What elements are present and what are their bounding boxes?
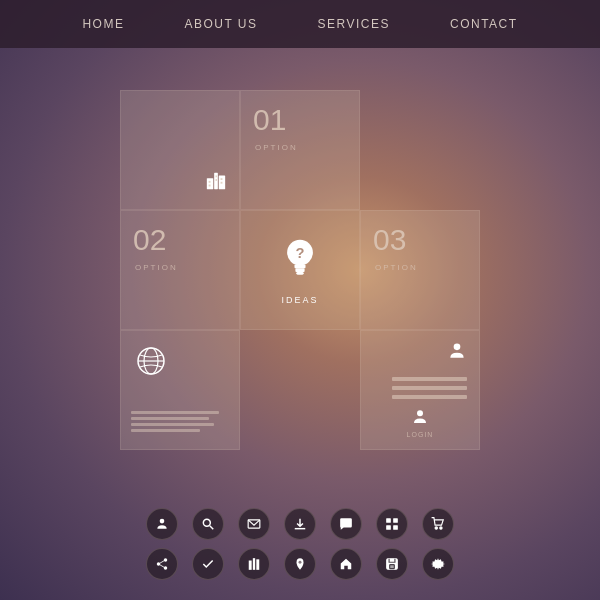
svg-line-21 [210,526,214,530]
globe-tile [120,330,240,450]
svg-rect-4 [209,185,211,187]
svg-rect-35 [249,561,252,570]
svg-text:?: ? [296,245,305,261]
option3-tile[interactable]: 03 OPTION [360,210,480,330]
leaf-icon-btn[interactable] [192,548,224,580]
user-tile: LOGIN [360,330,480,450]
user-top-icon [447,341,467,366]
nav-contact[interactable]: CONTACT [450,17,518,31]
login-label: LOGIN [407,431,434,438]
svg-rect-24 [386,518,391,523]
lorem-line [131,411,219,414]
svg-rect-1 [214,173,218,190]
user-line [392,386,467,390]
user-lines [373,377,467,404]
grid-icon-btn[interactable] [376,508,408,540]
svg-line-33 [160,565,164,567]
lightbulb-icon: ? [279,236,321,291]
navbar: HOME ABOUT US SERVICES CONTACT [0,0,600,48]
buildings-icon [205,169,227,197]
svg-rect-27 [393,525,398,530]
chat-icon-btn[interactable] [330,508,362,540]
svg-rect-36 [253,558,255,570]
lorem-line [131,429,200,432]
save-icon-btn[interactable] [376,548,408,580]
svg-point-19 [160,519,165,524]
download-icon-btn[interactable] [284,508,316,540]
svg-rect-5 [216,175,217,177]
svg-rect-26 [386,525,391,530]
settings-icon-btn[interactable] [422,548,454,580]
svg-rect-0 [207,178,213,189]
option2-tile[interactable]: 02 OPTION [120,210,240,330]
svg-point-29 [440,527,442,529]
icon-row-1 [146,508,454,540]
globe-text [131,411,229,435]
building-icon-btn[interactable] [238,548,270,580]
svg-rect-40 [390,565,395,569]
svg-rect-8 [221,182,223,184]
svg-point-28 [435,527,437,529]
lorem-line [131,423,214,426]
option2-number: 02 [133,225,166,255]
svg-point-17 [454,344,461,351]
ideas-tile[interactable]: ? IDEAS [240,210,360,330]
app: HOME ABOUT US SERVICES CONTACT [0,0,600,600]
svg-rect-3 [209,181,211,183]
ideas-label: IDEAS [281,295,318,305]
envelope-icon-btn[interactable] [238,508,270,540]
svg-line-34 [160,561,164,563]
option2-label: OPTION [135,263,178,272]
nav-services[interactable]: SERVICES [318,17,390,31]
content-grid: 01 OPTION 02 OPTION ? [120,90,480,450]
globe-icon [135,345,167,384]
text-tile [120,90,240,210]
svg-rect-25 [393,518,398,523]
icon-row-2 [146,548,454,580]
pin-icon-btn[interactable] [284,548,316,580]
user-line [392,377,467,381]
svg-rect-7 [221,178,223,180]
cart-icon-btn[interactable] [422,508,454,540]
svg-point-38 [299,561,302,564]
nav-about[interactable]: ABOUT US [184,17,257,31]
home-icon-btn[interactable] [330,548,362,580]
lorem-line [131,417,209,420]
svg-rect-37 [256,559,259,570]
svg-point-31 [157,562,161,566]
person-icon-btn[interactable] [146,508,178,540]
option1-number: 01 [253,105,286,135]
empty-tile-tr [360,90,480,210]
svg-rect-10 [294,264,305,268]
svg-rect-11 [295,268,304,272]
nav-home[interactable]: HOME [82,17,124,31]
option1-tile[interactable]: 01 OPTION [240,90,360,210]
search-icon-btn[interactable] [192,508,224,540]
share-icon-btn[interactable] [146,548,178,580]
svg-rect-12 [296,271,303,274]
svg-rect-6 [216,179,217,181]
svg-point-20 [203,519,210,526]
user-line [392,395,467,399]
option3-number: 03 [373,225,406,255]
option1-label: OPTION [255,143,298,152]
login-icon [411,408,429,431]
option3-label: OPTION [375,263,418,272]
svg-point-30 [164,558,168,562]
empty-tile-bm [240,330,360,450]
svg-point-32 [164,566,168,570]
icon-bar [0,508,600,580]
login-section: LOGIN [407,408,434,438]
svg-point-18 [417,410,423,416]
